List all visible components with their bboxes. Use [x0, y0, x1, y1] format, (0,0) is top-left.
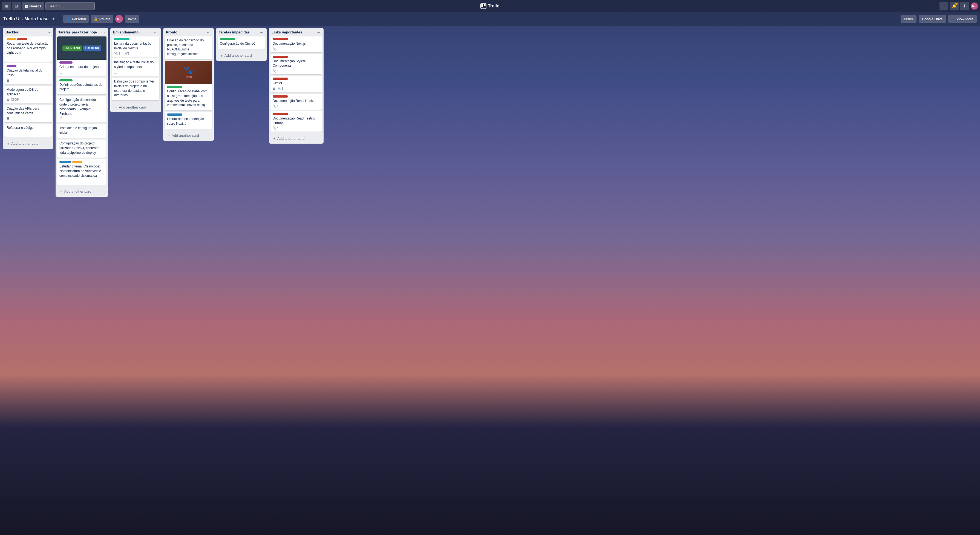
card-text: Criar a estrutura do projeto [59, 65, 104, 69]
backend-badge: BACKEND [83, 45, 101, 51]
card-th3[interactable]: Configuração do servidor onde o projeto … [57, 96, 107, 123]
card-li3[interactable]: CircleCI ☰ 📎 3 [270, 76, 322, 92]
column-footer-backlog: ＋ Add another card [3, 139, 53, 149]
boards-button[interactable]: ▦ Boards [22, 2, 45, 10]
add-button[interactable]: ＋ [940, 2, 948, 10]
card-text: Modelagem do DB da aplicação [6, 88, 49, 97]
grid-button[interactable]: ⊡ [12, 2, 21, 10]
column-menu-em-andamento[interactable]: ··· [154, 30, 158, 35]
card-b3[interactable]: Modelagem do DB da aplicação ☰ ☑ 0/5 [5, 86, 52, 103]
card-text: Documentação React Hooks [273, 99, 320, 103]
label-red [273, 56, 288, 58]
column-menu-pronto[interactable]: ··· [207, 30, 211, 35]
card-li4[interactable]: Documentação React Hooks 📎 1 [270, 94, 322, 110]
card-b4[interactable]: Criação das APIs para consumir os cards … [5, 105, 52, 122]
card-text: Documentação React Testing Library [273, 116, 320, 126]
add-card-label: Add another card [172, 134, 199, 137]
card-li5[interactable]: Documentação React Testing Library 📎 1 [270, 111, 322, 132]
card-th1[interactable]: FRONTEND BACKEND Criar a estrutura do pr… [57, 37, 107, 76]
add-card-tarefas[interactable]: ＋ Add another card [57, 188, 107, 195]
private-button[interactable]: 🔒 Private [91, 15, 113, 23]
topbar-right: ＋ 🔔 ℹ ML [654, 2, 978, 10]
label-green [220, 38, 235, 40]
card-th5[interactable]: Configuração do projeto utilizndo Circle… [57, 139, 107, 158]
label-red [273, 95, 288, 97]
plus-icon: ＋ [220, 53, 223, 58]
column-menu-tarefas[interactable]: ··· [101, 30, 105, 35]
card-footer: 📎 1 [273, 47, 320, 51]
paperclip-icon: 📎 [277, 87, 281, 91]
board-avatar: ML [115, 15, 123, 23]
plus-icon: ＋ [59, 189, 63, 194]
divider [60, 16, 60, 22]
column-menu-backlog[interactable]: ··· [46, 30, 51, 35]
column-menu-impedidas[interactable]: ··· [259, 30, 264, 35]
star-icon: ★ [52, 17, 55, 21]
card-th6[interactable]: Estudar o tema: Cleancode: Nomenclatura … [57, 159, 107, 184]
card-labels [114, 38, 157, 40]
card-b1[interactable]: Rodar um teste de avaliação do Front-end… [5, 37, 52, 62]
column-title-impedidas: Tarefas impedidas [219, 30, 259, 35]
invite-button[interactable]: Invite [125, 15, 139, 23]
card-b5[interactable]: Refatorar o código ☰ [5, 124, 52, 137]
showmore-button[interactable]: ··· Show More [948, 15, 977, 23]
avatar[interactable]: ML [971, 2, 978, 10]
card-li1[interactable]: Documentação Next.js 📎 1 [270, 37, 322, 52]
add-card-pronto[interactable]: ＋ Add another card [165, 132, 212, 139]
card-li2[interactable]: Documentação Styled-Components 📎 1 [270, 54, 322, 75]
notification-button[interactable]: 🔔 [950, 2, 959, 10]
card-ea1[interactable]: Leitura da documentação inicial do Next.… [112, 37, 159, 57]
card-p3[interactable]: Leitura de documentação sobre Next.js [165, 112, 212, 129]
card-th4[interactable]: Instalação e configuração inicial [57, 124, 107, 138]
attach-count: 1 [277, 104, 279, 108]
card-labels [220, 38, 263, 40]
card-ti1[interactable]: Configuração do CircleCI [218, 37, 265, 49]
card-ea2[interactable]: Instalação e teste inicial do styled-com… [112, 58, 159, 76]
add-card-em-andamento[interactable]: ＋ Add another card [112, 104, 159, 111]
card-footer: ☰ 📎 3 [273, 86, 320, 91]
attach-meta: 📎 3 [277, 87, 283, 91]
info-button[interactable]: ℹ [960, 2, 969, 10]
card-th2[interactable]: Definir padrões estruturais do projeto [57, 78, 107, 94]
card-text: Criação do repositório do projeto, escri… [167, 38, 210, 56]
svg-rect-1 [481, 4, 483, 7]
label-blue [167, 113, 182, 116]
card-b2[interactable]: Criação da tela inicial do trello ☰ [5, 63, 52, 84]
card-labels [6, 65, 49, 67]
add-card-links[interactable]: ＋ Add another card [270, 135, 322, 142]
star-button[interactable]: ★ [51, 16, 56, 22]
card-p2[interactable]: 🐾 Jest Configuração do Babel com o jest … [165, 61, 212, 110]
attach-count: 1 [119, 52, 120, 55]
card-footer: 📎 1 [273, 69, 320, 73]
add-card-impedidas[interactable]: ＋ Add another card [218, 52, 265, 59]
paperclip-icon: 📎 [273, 47, 277, 51]
card-ea3[interactable]: Definição dos componentes iniciais do pr… [112, 78, 159, 100]
jest-label: Jest [185, 75, 192, 79]
private-label: Private [99, 17, 110, 21]
card-labels [167, 113, 210, 116]
column-menu-links[interactable]: ··· [316, 30, 321, 35]
label-blue [59, 161, 72, 163]
frontend-badge: FRONTEND [62, 45, 82, 51]
card-footer: ☰ [59, 70, 104, 74]
card-p1[interactable]: Criação do repositório do projeto, escri… [165, 37, 212, 59]
column-tarefas-impedidas: Tarefas impedidas ··· Configuração do Ci… [216, 28, 267, 61]
column-links-importantes: Links importantes ··· Documentação Next.… [269, 28, 324, 144]
column-footer-tarefas: ＋ Add another card [56, 187, 108, 197]
label-red [273, 38, 288, 40]
add-card-backlog[interactable]: ＋ Add another card [5, 140, 52, 147]
column-cards-tarefas: FRONTEND BACKEND Criar a estrutura do pr… [56, 36, 108, 187]
card-labels [273, 95, 320, 97]
butler-button[interactable]: Butler [900, 15, 916, 23]
home-button[interactable]: ⊞ [2, 2, 11, 10]
search-input[interactable] [45, 2, 95, 10]
desc-icon: ☰ [6, 56, 10, 60]
column-title-tarefas: Tarefas para fazer hoje [58, 30, 101, 35]
attach-count: 1 [277, 47, 279, 50]
gdrive-button[interactable]: Google Drive [919, 15, 946, 23]
personal-button[interactable]: 👤 Personal [63, 15, 88, 23]
card-labels [273, 38, 320, 40]
attach-meta: 📎 1 [273, 126, 279, 130]
card-footer: ☰ [6, 117, 49, 121]
home-icon: ⊞ [5, 4, 8, 8]
